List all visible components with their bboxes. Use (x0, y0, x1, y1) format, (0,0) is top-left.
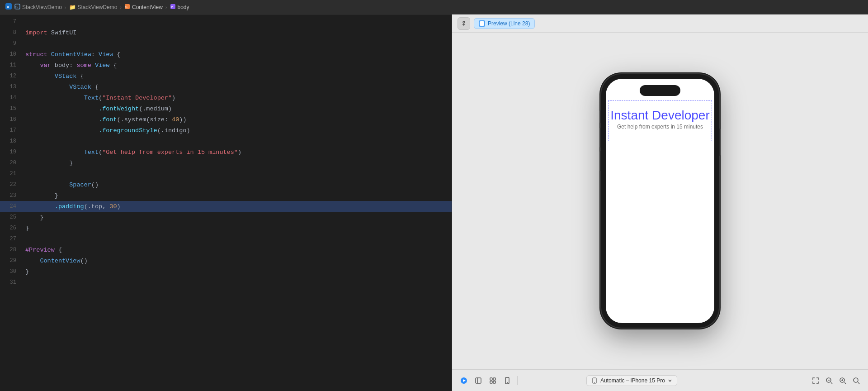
svg-text:P: P (171, 5, 173, 9)
svg-text:S: S (125, 5, 127, 9)
breadcrumb-item-project[interactable]: S StackViewDemo (14, 4, 62, 11)
preview-tab[interactable]: Preview (Line 28) (474, 18, 535, 29)
code-line-24: 24 .padding(.top, 30) (0, 201, 452, 212)
phone-mockup: Instant Developer Get help from experts … (601, 74, 719, 328)
line-content[interactable]: VStack { (24, 73, 452, 80)
toolbar-separator (517, 376, 518, 385)
code-line-21: 21 (0, 168, 452, 179)
line-number: 11 (0, 62, 24, 68)
line-number: 20 (0, 160, 24, 166)
svg-line-26 (831, 382, 832, 384)
code-line-30: 30} (0, 266, 452, 277)
line-number: 18 (0, 138, 24, 144)
line-content[interactable]: import SwiftUI (24, 29, 452, 36)
code-line-9: 9 (0, 38, 452, 49)
line-content[interactable]: } (24, 214, 452, 221)
line-content[interactable]: ContentView() (24, 257, 452, 264)
phone-area: Instant Developer Get help from experts … (452, 33, 868, 369)
code-line-25: 25 } (0, 212, 452, 223)
line-content[interactable]: .padding(.top, 30) (24, 203, 452, 210)
zoom-reset-button[interactable] (850, 374, 863, 387)
svg-rect-11 (480, 21, 484, 26)
code-line-23: 23 } (0, 190, 452, 201)
svg-line-32 (858, 382, 859, 384)
line-content[interactable] (24, 279, 452, 286)
line-content[interactable]: Text("Instant Developer") (24, 95, 452, 101)
line-number: 25 (0, 214, 24, 220)
preview-tab-label: Preview (Line 28) (488, 20, 530, 27)
preview-header: Preview (Line 28) (452, 14, 868, 33)
line-content[interactable] (24, 138, 452, 145)
pin-button[interactable] (458, 17, 470, 30)
svg-rect-17 (493, 378, 495, 380)
line-content[interactable]: .foregroundStyle(.indigo) (24, 127, 452, 134)
code-line-8: 8import SwiftUI (0, 27, 452, 38)
line-number: 22 (0, 181, 24, 188)
line-number: 27 (0, 236, 24, 242)
code-line-28: 28#Preview { (0, 244, 452, 255)
line-content[interactable]: #Preview { (24, 247, 452, 253)
line-content[interactable]: Text("Get help from experts in 15 minute… (24, 149, 452, 156)
preview-panel: Preview (Line 28) Instant Developer (452, 14, 868, 391)
line-number: 26 (0, 225, 24, 231)
line-number: 30 (0, 268, 24, 275)
line-number: 24 (0, 203, 24, 210)
preview-play-button[interactable] (458, 374, 470, 387)
line-content[interactable] (24, 40, 452, 47)
line-number: 8 (0, 29, 24, 36)
code-line-13: 13 VStack { (0, 81, 452, 92)
preview-device-button[interactable] (501, 374, 514, 387)
code-line-26: 26} (0, 223, 452, 234)
line-content[interactable]: } (24, 268, 452, 275)
phone-content: Instant Developer Get help from experts … (606, 79, 714, 323)
code-line-10: 10struct ContentView: View { (0, 49, 452, 60)
line-number: 14 (0, 95, 24, 101)
breadcrumb-item-file[interactable]: S ContentView (124, 4, 163, 11)
xcode-icon: X (5, 3, 12, 11)
zoom-out-button[interactable] (823, 374, 835, 387)
line-content[interactable]: .font(.system(size: 40)) (24, 116, 452, 123)
line-number: 13 (0, 84, 24, 90)
line-content[interactable] (24, 236, 452, 243)
swift-file-icon: S (124, 4, 130, 11)
preview-inspect-button[interactable] (472, 374, 485, 387)
code-line-14: 14 Text("Instant Developer") (0, 92, 452, 103)
folder-icon: 📁 (69, 4, 76, 10)
line-content[interactable]: .fontWeight(.medium) (24, 105, 452, 112)
code-line-22: 22 Spacer() (0, 179, 452, 190)
app-title: Instant Developer (610, 108, 709, 123)
code-line-19: 19 Text("Get help from experts in 15 min… (0, 147, 452, 157)
line-content[interactable]: struct ContentView: View { (24, 51, 452, 58)
line-content[interactable]: VStack { (24, 84, 452, 91)
preview-toolbar: Automatic – iPhone 15 Pro (452, 369, 868, 391)
preview-grid-button[interactable] (486, 374, 499, 387)
line-number: 16 (0, 116, 24, 123)
code-line-15: 15 .fontWeight(.medium) (0, 103, 452, 114)
line-number: 10 (0, 51, 24, 57)
line-content[interactable]: } (24, 160, 452, 167)
line-number: 7 (0, 19, 24, 25)
svg-text:S: S (15, 5, 18, 9)
svg-line-30 (844, 382, 846, 384)
line-number: 9 (0, 40, 24, 47)
code-line-16: 16 .font(.system(size: 40)) (0, 114, 452, 125)
line-content[interactable] (24, 171, 452, 177)
device-selector[interactable]: Automatic – iPhone 15 Pro (586, 375, 677, 386)
zoom-in-button[interactable] (836, 374, 849, 387)
code-line-18: 18 (0, 136, 452, 147)
line-content[interactable]: } (24, 192, 452, 199)
code-line-11: 11 var body: some View { (0, 60, 452, 71)
svg-rect-18 (490, 381, 492, 383)
svg-point-31 (854, 378, 858, 382)
line-number: 29 (0, 257, 24, 264)
breadcrumb-item-folder[interactable]: 📁 StackViewDemo (69, 4, 118, 10)
line-content[interactable]: Spacer() (24, 181, 452, 188)
line-number: 12 (0, 73, 24, 79)
breadcrumb-item-symbol[interactable]: P body (170, 4, 189, 11)
line-content[interactable]: var body: some View { (24, 62, 452, 69)
line-content[interactable]: } (24, 225, 452, 232)
line-number: 21 (0, 171, 24, 177)
zoom-fit-button[interactable] (809, 374, 822, 387)
line-content[interactable] (24, 19, 452, 25)
device-selector-label: Automatic – iPhone 15 Pro (600, 377, 665, 384)
